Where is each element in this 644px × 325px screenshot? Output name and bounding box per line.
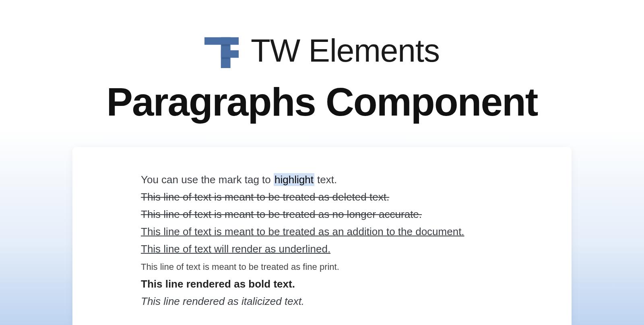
mark-after-text: text. xyxy=(314,174,337,186)
page-title: Paragraphs Component xyxy=(0,79,644,125)
underlined-text-example: This line of text will render as underli… xyxy=(141,240,503,258)
deleted-text-example: This line of text is meant to be treated… xyxy=(141,188,503,206)
svg-rect-2 xyxy=(221,50,239,58)
example-card: You can use the mark tag to highlight te… xyxy=(72,147,572,325)
svg-rect-3 xyxy=(221,44,229,46)
header: TW Elements xyxy=(0,0,644,69)
small-text-example: This line of text is meant to be treated… xyxy=(141,260,503,274)
svg-rect-4 xyxy=(221,57,229,59)
inaccurate-text-example: This line of text is meant to be treated… xyxy=(141,206,503,223)
mark-before-text: You can use the mark tag to xyxy=(141,174,274,186)
bold-text-example: This line rendered as bold text. xyxy=(141,275,503,293)
mark-example: You can use the mark tag to highlight te… xyxy=(141,171,503,188)
inserted-text-example: This line of text is meant to be treated… xyxy=(141,223,503,240)
brand-logo-icon xyxy=(204,34,239,68)
highlighted-text: highlight xyxy=(274,173,314,186)
brand-name: TW Elements xyxy=(251,32,440,69)
italic-text-example: This line rendered as italicized text. xyxy=(141,293,503,310)
